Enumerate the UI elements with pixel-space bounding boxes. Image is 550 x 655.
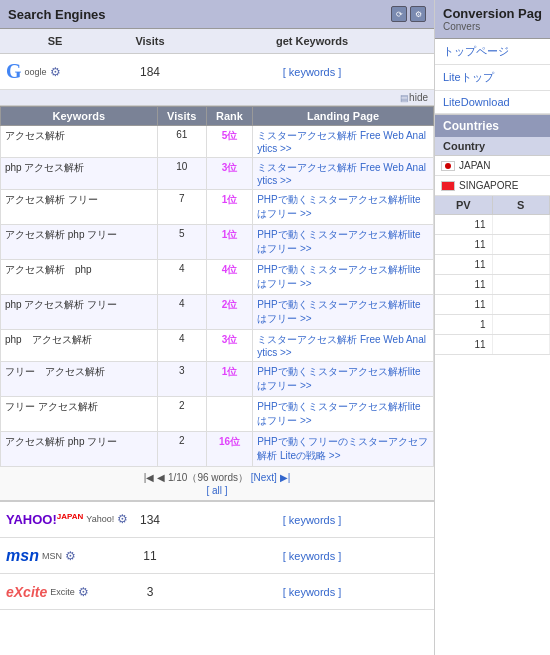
keyword-rank: 16位: [206, 432, 252, 467]
conversion-item-1[interactable]: Liteトップ: [435, 65, 550, 91]
keyword-cell[interactable]: フリー アクセス解析: [1, 397, 158, 432]
conversion-header: Conversion Pag Convers: [435, 0, 550, 39]
s-value: [493, 275, 551, 294]
keyword-visits: 10: [157, 158, 206, 190]
google-name: G oogle ⚙: [0, 60, 110, 83]
keyword-rank: 5位: [206, 126, 252, 158]
keyword-rank: 2位: [206, 295, 252, 330]
landing-col-header: Landing Page: [253, 107, 434, 126]
keyword-row: アクセス解析 php フリー 2 16位 PHPで動くフリーのミスターアクセフ解…: [1, 432, 434, 467]
keyword-landing[interactable]: PHPで動くミスターアクセス解析liteはフリー >>: [253, 397, 434, 432]
pagination-first[interactable]: |◀: [144, 472, 155, 483]
hide-button[interactable]: hide: [409, 92, 428, 103]
pv-header: PV S: [435, 196, 550, 215]
pv-value: 11: [435, 275, 493, 294]
keyword-row: アクセス解析 フリー 7 1位 PHPで動くミスターアクセス解析liteはフリー…: [1, 190, 434, 225]
conversion-item-2[interactable]: LiteDownload: [435, 91, 550, 114]
pv-value: 11: [435, 295, 493, 314]
country-japan[interactable]: JAPAN: [435, 156, 550, 176]
refresh-icon[interactable]: ⟳: [391, 6, 407, 22]
keyword-rank: 1位: [206, 225, 252, 260]
keyword-landing[interactable]: PHPで動くミスターアクセス解析liteはフリー >>: [253, 295, 434, 330]
google-keywords-link[interactable]: [ keywords ]: [283, 66, 342, 78]
keyword-row: フリー アクセス解析 3 1位 PHPで動くミスターアクセス解析liteはフリー…: [1, 362, 434, 397]
keyword-cell[interactable]: php アクセス解析: [1, 330, 158, 362]
keyword-row: php アクセス解析 フリー 4 2位 PHPで動くミスターアクセス解析lite…: [1, 295, 434, 330]
pv-value: 11: [435, 215, 493, 234]
keyword-landing[interactable]: PHPで動くフリーのミスターアクセフ解析 Liteの戦略 >>: [253, 432, 434, 467]
keyword-visits: 4: [157, 260, 206, 295]
keyword-row: php アクセス解析 10 3位 ミスターアクセス解析 Free Web Ana…: [1, 158, 434, 190]
keyword-cell[interactable]: フリー アクセス解析: [1, 362, 158, 397]
msn-logo: msn: [6, 547, 39, 565]
conversion-subtitle: Convers: [443, 21, 542, 32]
keyword-rank: [206, 397, 252, 432]
keyword-cell[interactable]: アクセス解析 php: [1, 260, 158, 295]
keyword-cell[interactable]: php アクセス解析 フリー: [1, 295, 158, 330]
keyword-visits: 2: [157, 397, 206, 432]
keywords-toolbar: ▤ hide: [0, 90, 434, 106]
keyword-cell[interactable]: アクセス解析 php フリー: [1, 225, 158, 260]
pagination: |◀ ◀ 1/10（96 words） [Next] ▶| [ all ]: [0, 467, 434, 501]
pv-value: 11: [435, 255, 493, 274]
keyword-visits: 7: [157, 190, 206, 225]
conversion-item-0[interactable]: トップページ: [435, 39, 550, 65]
singapore-name: SINGAPORE: [459, 180, 518, 191]
msn-engine-row: msn MSN ⚙ 11 [ keywords ]: [0, 538, 434, 574]
keyword-rank: 3位: [206, 158, 252, 190]
pv-row: 11: [435, 335, 550, 355]
keyword-rank: 1位: [206, 190, 252, 225]
pv-value: 11: [435, 235, 493, 254]
keyword-landing[interactable]: PHPで動くミスターアクセス解析liteはフリー >>: [253, 190, 434, 225]
pv-row: 11: [435, 295, 550, 315]
kw-col-header: Keywords: [1, 107, 158, 126]
japan-name: JAPAN: [459, 160, 491, 171]
country-singapore[interactable]: SINGAPORE: [435, 176, 550, 196]
excite-name: eXcite Excite ⚙: [0, 584, 110, 600]
visits-kw-col-header: Visits: [157, 107, 206, 126]
keyword-landing[interactable]: ミスターアクセス解析 Free Web Analytics >>: [253, 126, 434, 158]
keyword-cell[interactable]: php アクセス解析: [1, 158, 158, 190]
pagination-prev[interactable]: ◀: [157, 472, 168, 483]
yahoo-name: YAHOO!JAPAN Yahoo! ⚙: [0, 512, 110, 527]
settings-icon[interactable]: ⚙: [410, 6, 426, 22]
keyword-landing[interactable]: ミスターアクセス解析 Free Web Analytics >>: [253, 330, 434, 362]
msn-settings-icon[interactable]: ⚙: [65, 549, 76, 563]
s-value: [493, 295, 551, 314]
se-column-headers: SE Visits get Keywords: [0, 29, 434, 54]
keyword-visits: 4: [157, 330, 206, 362]
keyword-cell[interactable]: アクセス解析 php フリー: [1, 432, 158, 467]
rank-col-header: Rank: [206, 107, 252, 126]
google-settings-icon[interactable]: ⚙: [50, 65, 61, 79]
s-col-header: S: [493, 196, 551, 214]
keyword-row: アクセス解析 php フリー 5 1位 PHPで動くミスターアクセス解析lite…: [1, 225, 434, 260]
pv-value: 11: [435, 335, 493, 354]
msn-keywords-link[interactable]: [ keywords ]: [283, 550, 342, 562]
yahoo-keywords-link[interactable]: [ keywords ]: [283, 514, 342, 526]
keyword-landing[interactable]: PHPで動くミスターアクセス解析liteはフリー >>: [253, 225, 434, 260]
pv-rows: 11 11 11 11 11 1 11: [435, 215, 550, 355]
keywords-col-header: get Keywords: [190, 33, 434, 49]
keyword-landing[interactable]: PHPで動くミスターアクセス解析liteはフリー >>: [253, 362, 434, 397]
s-value: [493, 335, 551, 354]
excite-subname: Excite: [50, 587, 75, 597]
keyword-landing[interactable]: ミスターアクセス解析 Free Web Analytics >>: [253, 158, 434, 190]
google-visits: 184: [110, 65, 190, 79]
excite-settings-icon[interactable]: ⚙: [78, 585, 89, 599]
pv-row: 11: [435, 255, 550, 275]
keywords-table: Keywords Visits Rank Landing Page アクセス解析…: [0, 106, 434, 467]
keyword-landing[interactable]: PHPで動くミスターアクセス解析liteはフリー >>: [253, 260, 434, 295]
keyword-row: アクセス解析 61 5位 ミスターアクセス解析 Free Web Analyti…: [1, 126, 434, 158]
japan-flag: [441, 161, 455, 171]
keyword-visits: 4: [157, 295, 206, 330]
pagination-next[interactable]: [Next] ▶|: [251, 472, 291, 483]
left-panel-title: Search Engines: [8, 7, 106, 22]
yahoo-keywords-cell: [ keywords ]: [190, 514, 434, 526]
yahoo-logo: YAHOO!JAPAN: [6, 512, 83, 527]
pagination-all[interactable]: [ all ]: [206, 485, 227, 496]
keyword-cell[interactable]: アクセス解析: [1, 126, 158, 158]
pv-col-header: PV: [435, 196, 493, 214]
keyword-cell[interactable]: アクセス解析 フリー: [1, 190, 158, 225]
excite-keywords-link[interactable]: [ keywords ]: [283, 586, 342, 598]
keyword-visits: 61: [157, 126, 206, 158]
